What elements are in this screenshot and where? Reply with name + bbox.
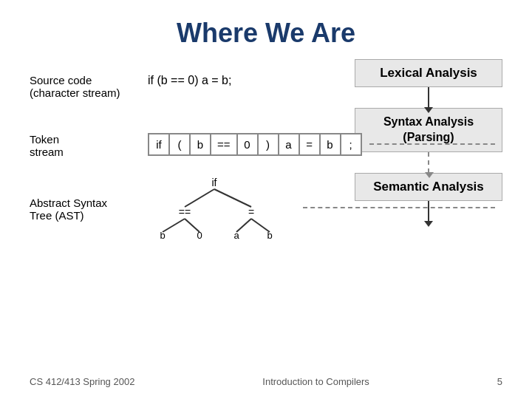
arrow-row [30,106,502,121]
token-rparen: ) [258,134,279,155]
token-stream-box: if ( b == 0 ) a = b ; [148,133,362,156]
ast-tree: if == = b 0 a b [148,176,296,239]
svg-line-2 [214,189,251,207]
svg-text:=: = [248,206,254,218]
token-lparen: ( [169,134,190,155]
token-semi: ; [341,134,361,155]
token-a: a [279,134,299,155]
lexical-analysis-box: Lexical Analysis [355,59,502,87]
footer-left: CS 412/413 Spring 2002 [30,376,134,387]
token-b1: b [190,134,211,155]
footer: CS 412/413 Spring 2002 Introduction to C… [0,376,532,387]
svg-line-1 [185,189,214,207]
svg-text:b: b [267,230,272,241]
footer-center: Introduction to Compilers [262,376,369,387]
page-title: Where We Are [0,0,532,49]
svg-text:a: a [233,230,239,241]
svg-text:if: if [212,177,217,188]
footer-right: 5 [497,376,502,387]
arrow-semantic-down [428,201,429,222]
svg-line-5 [163,219,185,232]
token-dashed-arrow [369,143,495,145]
svg-text:0: 0 [197,230,202,241]
token-0: 0 [237,134,258,155]
svg-text:==: == [179,206,191,218]
arrow-lexical-to-syntax [428,87,429,108]
token-if: if [149,134,169,155]
token-stream-row: Token stream if ( b == 0 ) a = b ; [30,130,502,158]
ast-label: Abstract Syntax Tree (AST) [30,194,148,222]
svg-text:b: b [160,230,165,241]
token-stream-label: Token stream [30,130,148,158]
token-eqeq: == [211,134,237,155]
token-eq: = [299,134,320,155]
token-b2: b [320,134,341,155]
source-code-label: Source code (character stream) [30,71,148,99]
